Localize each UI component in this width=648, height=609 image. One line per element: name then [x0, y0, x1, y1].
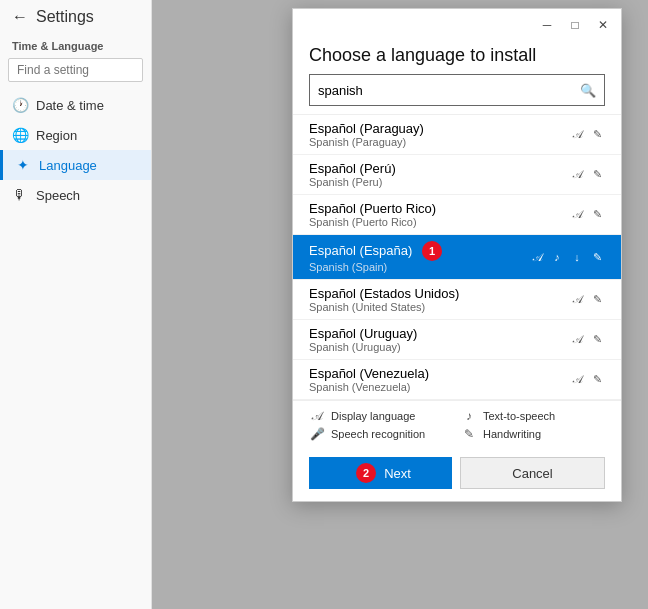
cursor-icon: 𝒜 — [569, 332, 585, 348]
speech-icon: 🎙 — [12, 187, 28, 203]
close-button[interactable]: ✕ — [589, 11, 617, 39]
language-sub: Spanish (Paraguay) — [309, 136, 569, 148]
edit-icon: ✎ — [589, 332, 605, 348]
legend-label: Display language — [331, 410, 415, 422]
language-icon: ✦ — [15, 157, 31, 173]
language-sub: Spanish (United States) — [309, 301, 569, 313]
language-icons: 𝒜 ✎ — [569, 207, 605, 223]
language-name: Español (Perú) — [309, 161, 569, 176]
list-item[interactable]: Español (Perú) Spanish (Peru) 𝒜 ✎ — [293, 155, 621, 195]
language-name: Español (Estados Unidos) — [309, 286, 569, 301]
cursor-icon: 𝒜 — [529, 249, 545, 265]
pencil-icon: ✎ — [461, 427, 477, 441]
language-sub: Spanish (Uruguay) — [309, 341, 569, 353]
sidebar-item-region[interactable]: 🌐 Region — [0, 120, 151, 150]
sidebar-item-date-time[interactable]: 🕐 Date & time — [0, 90, 151, 120]
language-icons: 𝒜 ✎ — [569, 332, 605, 348]
list-item[interactable]: Español (Puerto Rico) Spanish (Puerto Ri… — [293, 195, 621, 235]
sidebar-item-label: Region — [36, 128, 77, 143]
search-button[interactable]: 🔍 — [572, 75, 604, 105]
back-button[interactable]: ← Settings — [0, 0, 151, 34]
mic-icon: 🎤 — [309, 427, 325, 441]
minimize-button[interactable]: ─ — [533, 11, 561, 39]
list-item[interactable]: Español (Venezuela) Spanish (Venezuela) … — [293, 360, 621, 400]
edit-icon: ✎ — [589, 127, 605, 143]
cancel-button[interactable]: Cancel — [460, 457, 605, 489]
language-sub: Spanish (Spain) — [309, 261, 529, 273]
legend-text-to-speech: ♪ Text-to-speech — [461, 409, 605, 423]
language-sub: Spanish (Puerto Rico) — [309, 216, 569, 228]
step1-badge: 1 — [422, 241, 442, 261]
legend-handwriting: ✎ Handwriting — [461, 427, 605, 441]
cursor-icon: 𝒜 — [569, 292, 585, 308]
edit-icon: ✎ — [589, 372, 605, 388]
next-label: Next — [384, 466, 411, 481]
back-icon: ← — [12, 8, 28, 26]
edit-icon: ✎ — [589, 207, 605, 223]
edit-icon: ✎ — [589, 167, 605, 183]
language-search-box: 🔍 — [309, 74, 605, 106]
legend-display-language: 𝒜 Display language — [309, 409, 453, 423]
language-install-dialog: ─ □ ✕ Choose a language to install 🔍 Esp… — [292, 8, 622, 502]
speech-wave-icon: ♪ — [461, 409, 477, 423]
legend-label: Text-to-speech — [483, 410, 555, 422]
legend-label: Handwriting — [483, 428, 541, 440]
language-name: Español (Puerto Rico) — [309, 201, 569, 216]
edit-icon: ✎ — [589, 292, 605, 308]
clock-icon: 🕐 — [12, 97, 28, 113]
find-setting-input[interactable] — [8, 58, 143, 82]
legend: 𝒜 Display language ♪ Text-to-speech 🎤 Sp… — [293, 400, 621, 449]
language-icons: 𝒜 ✎ — [569, 292, 605, 308]
sidebar-item-label: Speech — [36, 188, 80, 203]
step2-badge: 2 — [356, 463, 376, 483]
language-search-input[interactable] — [310, 78, 572, 103]
cursor-icon: 𝒜 — [569, 167, 585, 183]
download-icon: ↓ — [569, 249, 585, 265]
dialog-footer: 2 Next Cancel — [293, 449, 621, 501]
dialog-title: Choose a language to install — [293, 37, 621, 74]
legend-label: Speech recognition — [331, 428, 425, 440]
language-name: Español (España) 1 — [309, 241, 529, 261]
cursor-icon: 𝒜 — [569, 127, 585, 143]
language-name: Español (Paraguay) — [309, 121, 569, 136]
sidebar-item-speech[interactable]: 🎙 Speech — [0, 180, 151, 210]
list-item-selected[interactable]: Español (España) 1 Spanish (Spain) 𝒜 ♪ ↓… — [293, 235, 621, 280]
sidebar-item-language[interactable]: ✦ Language — [0, 150, 151, 180]
sidebar-item-label: Date & time — [36, 98, 104, 113]
maximize-button[interactable]: □ — [561, 11, 589, 39]
next-button[interactable]: 2 Next — [309, 457, 452, 489]
language-list: Español (Paraguay) Spanish (Paraguay) 𝒜 … — [293, 114, 621, 400]
list-item[interactable]: Español (Paraguay) Spanish (Paraguay) 𝒜 … — [293, 115, 621, 155]
language-icons: 𝒜 ✎ — [569, 127, 605, 143]
region-icon: 🌐 — [12, 127, 28, 143]
list-item[interactable]: Español (Estados Unidos) Spanish (United… — [293, 280, 621, 320]
language-icons: 𝒜 ✎ — [569, 372, 605, 388]
cursor-icon: 𝒜 — [309, 409, 325, 423]
language-sub: Spanish (Peru) — [309, 176, 569, 188]
cursor-icon: 𝒜 — [569, 207, 585, 223]
back-label: Settings — [36, 8, 94, 26]
sidebar-item-label: Language — [39, 158, 97, 173]
speech-icon: ♪ — [549, 249, 565, 265]
sidebar-section-title: Time & Language — [0, 34, 151, 54]
main-area: ─ □ ✕ Choose a language to install 🔍 Esp… — [152, 0, 648, 609]
cursor-icon: 𝒜 — [569, 372, 585, 388]
language-name: Español (Uruguay) — [309, 326, 569, 341]
language-icons: 𝒜 ♪ ↓ ✎ — [529, 249, 605, 265]
dialog-titlebar: ─ □ ✕ — [293, 9, 621, 37]
legend-speech-recognition: 🎤 Speech recognition — [309, 427, 453, 441]
language-icons: 𝒜 ✎ — [569, 167, 605, 183]
language-name: Español (Venezuela) — [309, 366, 569, 381]
list-item[interactable]: Español (Uruguay) Spanish (Uruguay) 𝒜 ✎ — [293, 320, 621, 360]
sidebar: ← Settings Time & Language 🕐 Date & time… — [0, 0, 152, 609]
language-sub: Spanish (Venezuela) — [309, 381, 569, 393]
edit-icon: ✎ — [589, 249, 605, 265]
